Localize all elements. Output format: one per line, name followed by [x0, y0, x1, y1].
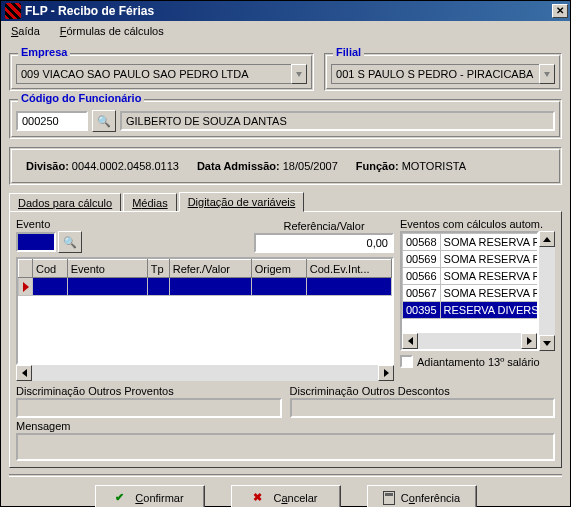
row-marker-icon: [23, 282, 29, 292]
grid-header-row: Cod Evento Tp Refer./Valor Origem Cod.Ev…: [19, 260, 392, 278]
empresa-label: Empresa: [18, 46, 70, 58]
confirmar-button[interactable]: ✔ Confirmar: [95, 485, 205, 507]
tab-digitacao[interactable]: Digitação de variáveis: [179, 192, 305, 212]
scroll-right-button[interactable]: [521, 333, 537, 349]
app-icon: [5, 3, 21, 19]
adiantamento-checkbox[interactable]: Adiantamento 13º salário: [400, 355, 555, 368]
eventos-autom-label: Eventos com cálculos autom.: [400, 218, 555, 230]
checkbox-box[interactable]: [400, 355, 413, 368]
calculator-icon: [383, 491, 395, 505]
empresa-combo[interactable]: [16, 64, 307, 84]
filial-label: Filial: [333, 46, 364, 58]
codigo-group: Código do Funcionário 🔍: [9, 99, 562, 139]
close-button[interactable]: ✕: [552, 4, 568, 18]
filial-dropdown-icon[interactable]: [539, 64, 555, 84]
empresa-group: Empresa: [9, 53, 314, 91]
codigo-label: Código do Funcionário: [18, 92, 144, 104]
tab-dados[interactable]: Dados para cálculo: [9, 193, 121, 212]
list-vscroll[interactable]: [539, 231, 555, 351]
filial-combo[interactable]: [331, 64, 555, 84]
adiantamento-label: Adiantamento 13º salário: [417, 356, 540, 368]
scroll-left-button[interactable]: [16, 365, 32, 381]
evento-code-input[interactable]: [16, 232, 56, 252]
scroll-right-button[interactable]: [378, 365, 394, 381]
conferencia-button[interactable]: Conferência: [367, 485, 477, 507]
referencia-label: Referência/Valor: [254, 220, 394, 232]
x-icon: ✖: [253, 491, 267, 505]
menu-saida[interactable]: SSaída/*placeholder*/aída: [5, 23, 46, 39]
divisao: Divisão: 0044.0002.0458.0113: [26, 160, 179, 172]
menu-formulas[interactable]: Fórmulas de cálculosFórmulas de cálculos: [54, 23, 170, 39]
disc-descontos-input[interactable]: [290, 398, 556, 418]
eventos-autom-list[interactable]: 00568SOMA RESERVA FE..00569SOMA RESERVA …: [400, 231, 539, 351]
disc-descontos-label: Discriminação Outros Descontos: [290, 385, 556, 397]
tab-panel-digitacao: Evento 🔍 Referência/Valor: [9, 211, 562, 468]
window-title: FLP - Recibo de Férias: [25, 4, 552, 18]
mensagem-label: Mensagem: [16, 420, 555, 432]
filial-group: Filial: [324, 53, 562, 91]
list-item[interactable]: 00569SOMA RESERVA FE..: [403, 251, 538, 268]
disc-proventos-input[interactable]: [16, 398, 282, 418]
scroll-up-button[interactable]: [539, 231, 555, 247]
binoculars-icon: 🔍: [97, 115, 111, 128]
employee-name: [120, 111, 555, 131]
tabstrip: Dados para cálculo Médias Digitação de v…: [9, 191, 562, 211]
codigo-input[interactable]: [16, 111, 88, 131]
list-item[interactable]: 00395RESERVA DIVERSA..: [403, 302, 538, 319]
events-grid[interactable]: Cod Evento Tp Refer./Valor Origem Cod.Ev…: [16, 257, 394, 365]
list-item[interactable]: 00568SOMA RESERVA FE..: [403, 234, 538, 251]
disc-proventos-label: Discriminação Outros Proventos: [16, 385, 282, 397]
scroll-left-button[interactable]: [402, 333, 418, 349]
list-hscroll[interactable]: [402, 333, 537, 349]
evento-lookup-button[interactable]: 🔍: [58, 231, 82, 253]
mensagem-input[interactable]: [16, 433, 555, 461]
titlebar: FLP - Recibo de Férias ✕: [1, 1, 570, 21]
footer-buttons: ✔ Confirmar ✖ Cancelar Conferência: [9, 479, 562, 507]
empresa-dropdown-icon[interactable]: [291, 64, 307, 84]
binoculars-icon: 🔍: [63, 236, 77, 249]
funcao: Função: MOTORISTA: [356, 160, 466, 172]
data-admissao: Data Admissão: 18/05/2007: [197, 160, 338, 172]
referencia-input[interactable]: [254, 233, 394, 253]
filial-input[interactable]: [331, 64, 539, 84]
info-group: Divisão: 0044.0002.0458.0113 Data Admiss…: [9, 147, 562, 185]
app-window: FLP - Recibo de Férias ✕ SSaída/*placeho…: [0, 0, 571, 507]
cancelar-button[interactable]: ✖ Cancelar: [231, 485, 341, 507]
search-employee-button[interactable]: 🔍: [92, 110, 116, 132]
evento-label: Evento: [16, 218, 82, 230]
scroll-down-button[interactable]: [539, 335, 555, 351]
empresa-input[interactable]: [16, 64, 291, 84]
tab-medias[interactable]: Médias: [123, 193, 176, 212]
grid-row[interactable]: [19, 278, 392, 296]
check-icon: ✔: [115, 491, 129, 505]
list-item[interactable]: 00567SOMA RESERVA FE..: [403, 285, 538, 302]
menubar: SSaída/*placeholder*/aída Fórmulas de cá…: [1, 21, 570, 41]
grid-hscroll[interactable]: [16, 365, 394, 381]
list-item[interactable]: 00566SOMA RESERVA FE..: [403, 268, 538, 285]
